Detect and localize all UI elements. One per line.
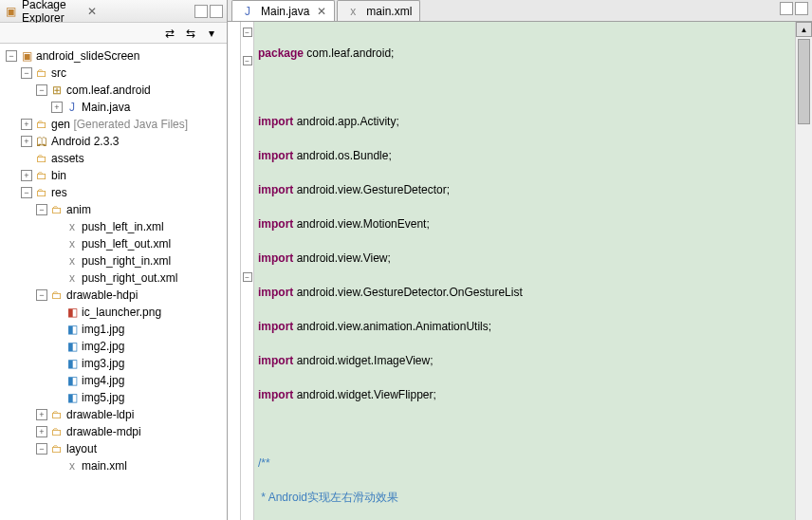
tree-package[interactable]: −⊞com.leaf.android xyxy=(0,82,227,99)
code-editor[interactable]: − − − package com.leaf.android; import a… xyxy=(228,22,812,520)
tree-src[interactable]: −🗀src xyxy=(0,65,227,82)
panel-toolbar: ⇄ ⇆ ▾ xyxy=(0,23,227,44)
tree-anim[interactable]: −🗀anim xyxy=(0,201,227,218)
java-file-icon: J xyxy=(240,4,255,19)
tree-drawable-hdpi[interactable]: −🗀drawable-hdpi xyxy=(0,287,227,304)
panel-title: Package Explorer xyxy=(22,0,80,25)
tree-android-lib[interactable]: +🕮Android 2.3.3 xyxy=(0,133,227,150)
scrollbar-thumb[interactable] xyxy=(798,39,810,124)
panel-header: ▣ Package Explorer ✕ xyxy=(0,0,227,23)
tree-main-java[interactable]: +JMain.java xyxy=(0,99,227,116)
tree-file[interactable]: ◧img5.jpg xyxy=(0,389,227,406)
tab-label: main.xml xyxy=(366,5,412,18)
tree-project[interactable]: −▣android_slideScreen xyxy=(0,47,227,65)
tree-file[interactable]: xpush_left_in.xml xyxy=(0,218,227,235)
tree-layout[interactable]: −🗀layout xyxy=(0,440,227,457)
tree-assets[interactable]: 🗀assets xyxy=(0,150,227,167)
fold-toggle[interactable]: − xyxy=(243,272,252,282)
tree-drawable-ldpi[interactable]: +🗀drawable-ldpi xyxy=(0,406,227,423)
code-content[interactable]: package com.leaf.android; import android… xyxy=(254,22,795,520)
tree-file[interactable]: xpush_left_out.xml xyxy=(0,235,227,252)
xml-file-icon: x xyxy=(345,4,360,19)
tree-file[interactable]: ◧ic_launcher.png xyxy=(0,304,227,321)
tree-file[interactable]: ◧img2.jpg xyxy=(0,338,227,355)
link-editor-icon[interactable]: ⇆ xyxy=(183,26,198,41)
tab-main-java[interactable]: J Main.java ✕ xyxy=(231,0,335,21)
tree-gen[interactable]: +🗀gen [Generated Java Files] xyxy=(0,116,227,133)
close-icon[interactable]: ✕ xyxy=(313,5,326,18)
tree-main-xml[interactable]: xmain.xml xyxy=(0,457,227,474)
fold-toggle[interactable]: − xyxy=(243,56,252,65)
marker-gutter xyxy=(228,22,241,520)
tree-file[interactable]: ◧img3.jpg xyxy=(0,355,227,372)
view-menu-icon[interactable]: ▾ xyxy=(204,26,219,41)
minimize-button[interactable] xyxy=(780,2,793,15)
tab-label: Main.java xyxy=(261,5,309,18)
minimize-button[interactable] xyxy=(194,5,208,18)
fold-toggle[interactable]: − xyxy=(243,28,252,37)
project-tree: −▣android_slideScreen −🗀src −⊞com.leaf.a… xyxy=(0,44,227,520)
vertical-scrollbar[interactable]: ▲ ▼ xyxy=(795,22,812,520)
tree-file[interactable]: ◧img1.jpg xyxy=(0,321,227,338)
tree-res[interactable]: −🗀res xyxy=(0,184,227,201)
tree-file[interactable]: xpush_right_out.xml xyxy=(0,269,227,287)
scroll-up-icon[interactable]: ▲ xyxy=(796,22,812,37)
package-explorer-panel: ▣ Package Explorer ✕ ⇄ ⇆ ▾ −▣android_sli… xyxy=(0,0,228,520)
package-explorer-icon: ▣ xyxy=(6,4,16,19)
tree-file[interactable]: ◧img4.jpg xyxy=(0,372,227,389)
collapse-all-icon[interactable]: ⇄ xyxy=(162,26,177,41)
editor-area: J Main.java ✕ x main.xml − − − package c… xyxy=(228,0,812,520)
editor-tab-bar: J Main.java ✕ x main.xml xyxy=(228,0,812,22)
tree-drawable-mdpi[interactable]: +🗀drawable-mdpi xyxy=(0,423,227,440)
panel-close-icon[interactable]: ✕ xyxy=(83,5,101,18)
tab-main-xml[interactable]: x main.xml xyxy=(337,0,420,21)
tree-file[interactable]: xpush_right_in.xml xyxy=(0,252,227,269)
maximize-button[interactable] xyxy=(210,5,223,18)
tree-bin[interactable]: +🗀bin xyxy=(0,167,227,184)
maximize-button[interactable] xyxy=(795,2,808,15)
fold-gutter: − − − xyxy=(241,22,254,520)
